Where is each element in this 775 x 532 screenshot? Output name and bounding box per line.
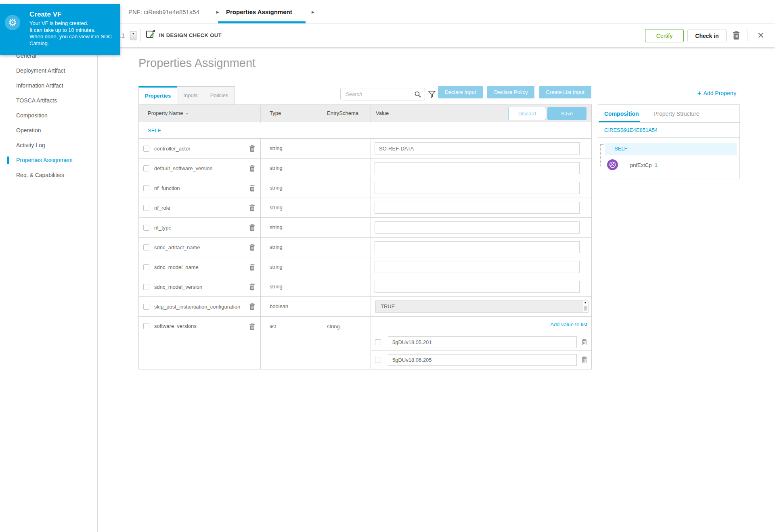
discard-button[interactable]: Discard — [508, 107, 546, 120]
property-value-input[interactable] — [375, 202, 580, 214]
declare-policy-button[interactable]: Declare Policy — [487, 86, 534, 98]
list-value-input[interactable] — [388, 336, 577, 348]
component-title[interactable]: CIRESB91E4E851A54 — [598, 123, 739, 138]
save-button[interactable]: Save — [547, 107, 586, 120]
property-value-cell — [371, 178, 592, 198]
property-value-input[interactable] — [375, 261, 580, 273]
tree-item-pnfextcp[interactable]: pnfExtCp_1 — [598, 159, 739, 172]
check-in-button[interactable]: Check in — [687, 29, 727, 42]
delete-value-icon[interactable] — [581, 356, 587, 363]
lifecycle-state-label: IN DESIGN CHECK OUT — [159, 24, 222, 47]
row-checkbox[interactable] — [143, 146, 149, 152]
delete-property-icon[interactable] — [249, 165, 256, 172]
value-checkbox[interactable] — [375, 339, 381, 345]
property-value-input[interactable] — [375, 241, 580, 253]
add-property-link[interactable]: +Add Property — [697, 89, 736, 98]
tab-composition[interactable]: Composition — [604, 105, 639, 123]
certify-button[interactable]: Certify — [645, 29, 684, 42]
property-value-input[interactable] — [375, 142, 580, 154]
row-checkbox[interactable] — [143, 244, 149, 250]
delete-property-icon[interactable] — [249, 303, 256, 311]
create-vf-toast[interactable]: ⚙ Create VF Your VF is being created.It … — [0, 4, 120, 55]
divider — [140, 29, 141, 42]
property-value-input[interactable] — [375, 221, 580, 234]
tab-policies[interactable]: Policies — [204, 86, 235, 105]
sidebar-item-tosca-artifacts[interactable]: TOSCA Artifacts — [0, 93, 97, 108]
property-value-input[interactable] — [375, 182, 580, 194]
property-name: skip_post_instantiation_configuration — [154, 304, 240, 310]
row-checkbox[interactable] — [143, 205, 149, 211]
sidebar-item-req-capabilities[interactable]: Req. & Capabilities — [0, 168, 97, 183]
property-type: string — [261, 139, 322, 158]
tab-property-structure[interactable]: Property Structure — [654, 105, 700, 123]
properties-table: Property Name▼ Type EntrySchema Value Di… — [138, 104, 592, 369]
row-checkbox[interactable] — [143, 264, 149, 270]
page-title: Properties Assignment — [138, 56, 256, 70]
version-dropdown[interactable]: ▾ — [130, 31, 136, 40]
add-value-to-list-link[interactable]: Add value to list — [550, 321, 587, 328]
list-value-input[interactable] — [388, 354, 577, 366]
row-checkbox[interactable] — [143, 185, 149, 191]
property-name: sdnc_artifact_name — [154, 244, 200, 250]
property-entry-schema — [322, 297, 371, 316]
composition-panel-tabs: Composition Property Structure — [598, 105, 739, 123]
sidebar-item-information-artifact[interactable]: Information Artifact — [0, 78, 97, 93]
tree-item-self[interactable]: SELF — [605, 143, 737, 155]
delete-property-icon[interactable] — [249, 283, 256, 291]
sidebar-item-operation[interactable]: Operation — [0, 123, 97, 138]
sidebar-item-deployment-artifact[interactable]: Deployment Artifact — [0, 63, 97, 78]
plus-icon: + — [697, 89, 702, 97]
table-row: nf_function string — [139, 178, 591, 198]
close-icon[interactable]: ✕ — [757, 24, 765, 47]
sidebar-item-label: Deployment Artifact — [16, 67, 65, 74]
property-entry-schema — [322, 198, 371, 217]
property-value-input[interactable] — [375, 162, 580, 174]
delete-value-icon[interactable] — [581, 338, 587, 346]
tab-inputs[interactable]: Inputs — [177, 86, 204, 105]
property-name: sdnc_model_name — [154, 264, 199, 270]
active-tab-underline — [599, 121, 640, 122]
delete-property-icon[interactable] — [249, 323, 256, 331]
property-name: nf_type — [154, 225, 172, 231]
sidebar-item-properties-assignment[interactable]: Properties Assignment — [0, 153, 97, 168]
breadcrumb-item-properties-assignment[interactable]: Properties Assignment — [226, 0, 292, 24]
row-checkbox[interactable] — [143, 323, 149, 329]
value-checkbox[interactable] — [375, 357, 381, 363]
gear-icon: ⚙ — [5, 15, 20, 30]
row-checkbox[interactable] — [143, 225, 149, 231]
create-list-input-button[interactable]: Create List Input — [539, 86, 591, 98]
table-body: controller_actor string default_software… — [139, 139, 591, 369]
active-breadcrumb-underline — [218, 21, 306, 23]
property-value-cell — [371, 198, 592, 217]
sidebar-item-activity-log[interactable]: Activity Log — [0, 138, 97, 153]
group-row-self[interactable]: SELF — [139, 122, 591, 139]
filter-icon[interactable] — [427, 90, 436, 100]
delete-property-icon[interactable] — [249, 204, 256, 212]
column-header-property-name[interactable]: Property Name▼ — [139, 105, 261, 123]
table-row: default_software_version string — [139, 159, 591, 178]
toast-content: Create VF Your VF is being created.It ca… — [29, 10, 115, 47]
search-input[interactable] — [341, 88, 414, 100]
property-value-cell — [371, 139, 592, 158]
delete-property-icon[interactable] — [249, 145, 256, 152]
search-icon[interactable] — [414, 91, 421, 100]
row-checkbox[interactable] — [143, 304, 149, 310]
property-entry-schema — [322, 257, 371, 277]
row-checkbox[interactable] — [143, 165, 149, 171]
row-checkbox[interactable] — [143, 284, 149, 290]
property-entry-schema — [322, 159, 371, 178]
sidebar-item-composition[interactable]: Composition — [0, 108, 97, 123]
delete-property-icon[interactable] — [249, 263, 256, 271]
delete-resource-icon[interactable] — [732, 30, 741, 42]
breadcrumb-item-pnf[interactable]: PNF: ciResb91e4e851a54 — [128, 0, 199, 24]
sidebar-item-label: Composition — [16, 112, 48, 119]
property-value-select[interactable]: TRUE▾ — [375, 300, 589, 313]
property-value-input[interactable] — [375, 281, 580, 293]
delete-property-icon[interactable] — [249, 244, 256, 251]
delete-property-icon[interactable] — [249, 224, 256, 232]
tab-properties[interactable]: Properties — [138, 86, 177, 105]
property-entry-schema — [322, 277, 371, 296]
select-arrow-icon[interactable]: ▾ — [582, 301, 588, 312]
delete-property-icon[interactable] — [249, 184, 256, 192]
declare-input-button[interactable]: Declare Input — [438, 86, 483, 98]
